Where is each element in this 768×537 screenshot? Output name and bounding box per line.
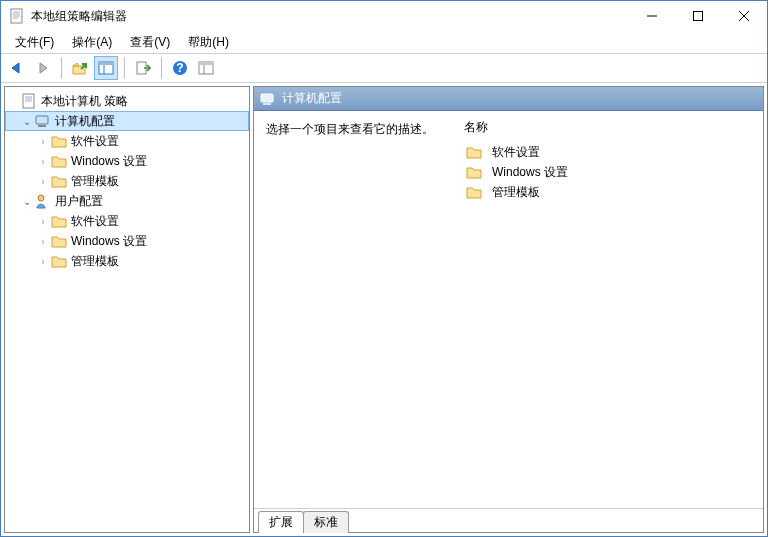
folder-icon [466, 144, 482, 160]
up-button[interactable] [68, 56, 92, 80]
svg-rect-22 [36, 116, 48, 124]
svg-rect-6 [694, 12, 703, 21]
svg-rect-16 [199, 62, 213, 65]
tree-computer-config[interactable]: ⌄ 计算机配置 [5, 111, 249, 131]
app-icon [9, 8, 25, 24]
collapse-icon[interactable]: ⌄ [21, 116, 33, 127]
tree-label: 管理模板 [71, 253, 119, 270]
titlebar: 本地组策略编辑器 [1, 1, 767, 31]
folder-icon [466, 184, 482, 200]
tree-windows-settings[interactable]: › Windows 设置 [5, 151, 249, 171]
back-button[interactable] [5, 56, 29, 80]
details-content: 选择一个项目来查看它的描述。 名称 软件设置 Windows 设置 管理模板 [254, 111, 763, 508]
tree-root[interactable]: 本地计算机 策略 [5, 91, 249, 111]
toolbar-separator [124, 57, 125, 79]
computer-icon [35, 113, 51, 129]
expand-icon[interactable]: › [37, 176, 49, 187]
show-hide-tree-button[interactable] [94, 56, 118, 80]
description-area: 选择一个项目来查看它的描述。 [254, 111, 454, 508]
description-hint: 选择一个项目来查看它的描述。 [266, 121, 442, 138]
document-icon [21, 93, 37, 109]
svg-rect-10 [99, 62, 113, 65]
tree-windows-settings-user[interactable]: › Windows 设置 [5, 231, 249, 251]
expand-icon[interactable]: › [37, 216, 49, 227]
svg-point-24 [38, 195, 44, 201]
tab-standard[interactable]: 标准 [303, 511, 349, 533]
computer-icon [260, 91, 276, 107]
folder-icon [51, 213, 67, 229]
list-item-admin-templates[interactable]: 管理模板 [462, 182, 755, 202]
tree-label: 软件设置 [71, 133, 119, 150]
expand-icon[interactable]: › [37, 256, 49, 267]
list-item-label: 软件设置 [492, 144, 540, 161]
folder-icon [466, 164, 482, 180]
expand-icon[interactable]: › [37, 156, 49, 167]
tab-extended[interactable]: 扩展 [258, 511, 304, 533]
tab-strip: 扩展 标准 [254, 508, 763, 532]
tree-label: 用户配置 [55, 193, 103, 210]
close-button[interactable] [721, 1, 767, 31]
tree-software-settings[interactable]: › 软件设置 [5, 131, 249, 151]
column-header-name[interactable]: 名称 [462, 117, 755, 142]
folder-icon [51, 173, 67, 189]
items-list[interactable]: 名称 软件设置 Windows 设置 管理模板 [454, 111, 763, 508]
tree-label: 管理模板 [71, 173, 119, 190]
folder-icon [51, 133, 67, 149]
svg-rect-26 [263, 103, 271, 105]
expand-icon[interactable]: › [37, 236, 49, 247]
menubar: 文件(F) 操作(A) 查看(V) 帮助(H) [1, 31, 767, 53]
window-buttons [629, 1, 767, 31]
svg-rect-23 [38, 125, 46, 127]
tree-label: 软件设置 [71, 213, 119, 230]
app-window: 本地组策略编辑器 文件(F) 操作(A) 查看(V) 帮助(H) ? [0, 0, 768, 537]
folder-icon [51, 153, 67, 169]
details-header: 计算机配置 [254, 87, 763, 111]
body: 本地计算机 策略 ⌄ 计算机配置 › 软件设置 › Windows 设置 › 管… [1, 83, 767, 536]
tree-label: 计算机配置 [55, 113, 115, 130]
details-header-title: 计算机配置 [282, 90, 342, 107]
menu-file[interactable]: 文件(F) [7, 32, 62, 53]
tree-admin-templates-user[interactable]: › 管理模板 [5, 251, 249, 271]
list-item-software-settings[interactable]: 软件设置 [462, 142, 755, 162]
user-icon [35, 193, 51, 209]
toolbar: ? [1, 53, 767, 83]
maximize-button[interactable] [675, 1, 721, 31]
collapse-icon[interactable]: ⌄ [21, 196, 33, 207]
help-button[interactable]: ? [168, 56, 192, 80]
toolbar-separator [61, 57, 62, 79]
toolbar-separator [161, 57, 162, 79]
list-item-windows-settings[interactable]: Windows 设置 [462, 162, 755, 182]
details-pane: 计算机配置 选择一个项目来查看它的描述。 名称 软件设置 Windows 设置 [253, 86, 764, 533]
tree-label: 本地计算机 策略 [41, 93, 128, 110]
expand-icon[interactable]: › [37, 136, 49, 147]
svg-text:?: ? [176, 61, 183, 75]
svg-rect-25 [261, 94, 273, 102]
menu-action[interactable]: 操作(A) [64, 32, 120, 53]
minimize-button[interactable] [629, 1, 675, 31]
list-item-label: Windows 设置 [492, 164, 568, 181]
export-button[interactable] [131, 56, 155, 80]
forward-button[interactable] [31, 56, 55, 80]
tree-label: Windows 设置 [71, 153, 147, 170]
tree-admin-templates[interactable]: › 管理模板 [5, 171, 249, 191]
filter-button[interactable] [194, 56, 218, 80]
tree-software-settings-user[interactable]: › 软件设置 [5, 211, 249, 231]
tree-user-config[interactable]: ⌄ 用户配置 [5, 191, 249, 211]
list-item-label: 管理模板 [492, 184, 540, 201]
tree-label: Windows 设置 [71, 233, 147, 250]
folder-icon [51, 233, 67, 249]
folder-icon [51, 253, 67, 269]
menu-help[interactable]: 帮助(H) [180, 32, 237, 53]
window-title: 本地组策略编辑器 [31, 8, 629, 25]
tree-pane[interactable]: 本地计算机 策略 ⌄ 计算机配置 › 软件设置 › Windows 设置 › 管… [4, 86, 250, 533]
menu-view[interactable]: 查看(V) [122, 32, 178, 53]
